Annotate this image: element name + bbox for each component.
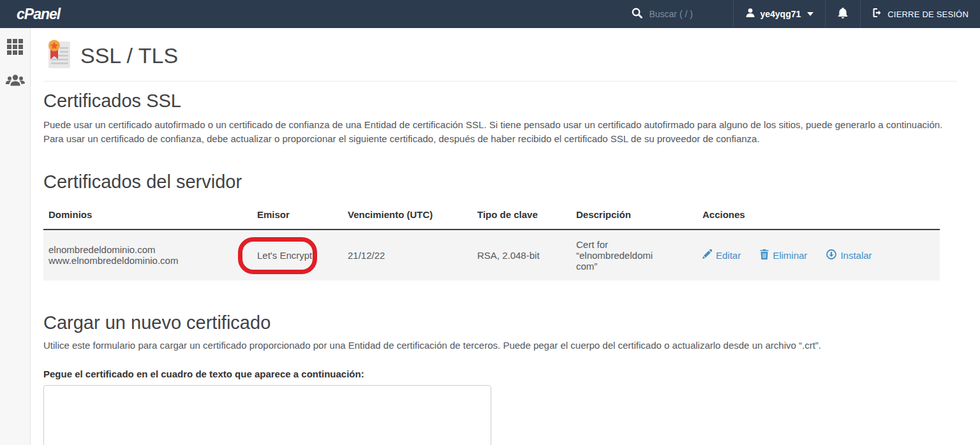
delete-label: Eliminar [773,250,807,261]
pencil-icon [702,249,712,261]
section-title-cargar-certificado: Cargar un nuevo certificado [43,312,957,333]
column-header-vencimiento: Vencimiento (UTC) [343,204,472,230]
logout-button[interactable]: CIERRE DE SESIÓN [861,0,980,28]
column-header-acciones: Acciones [697,204,940,230]
issuer-value: Let's Encrypt [257,250,312,261]
install-label: Instalar [840,250,872,261]
search-box[interactable] [623,8,733,21]
cell-domains: elnombredeldominio.com www.elnombredeldo… [43,230,252,281]
cell-actions: Editar Eliminar Instalar [697,230,940,281]
column-header-dominios: Dominios [43,204,252,230]
user-icon [745,8,755,20]
paste-certificate-label: Pegue el certificado en el cuadro de tex… [43,368,957,379]
main-content: SSL / TLS Certificados SSL Puede usar un… [31,28,980,445]
chevron-down-icon [807,12,813,16]
ssl-certificate-icon [46,40,71,72]
page-title: SSL / TLS [80,43,178,68]
logout-icon [872,8,883,20]
cell-description: Cert for “elnombredeldomi com” [571,230,697,281]
users-group-icon [6,73,25,91]
domain-www: www.elnombredeldominio.com [48,255,247,266]
cpanel-logo: cPanel [0,6,60,23]
column-header-descripcion: Descripción [571,204,697,230]
user-menu[interactable]: ye4yqg71 [734,0,825,28]
notifications-button[interactable] [826,0,860,28]
bell-icon [837,7,849,22]
server-certificates-table: Dominios Emisor Vencimiento (UTC) Tipo d… [43,204,940,281]
delete-link[interactable]: Eliminar [760,249,807,261]
topbar: cPanel ye4yqg71 CIERRE [0,0,980,28]
install-link[interactable]: Instalar [826,249,872,261]
section-title-certificados-ssl: Certificados SSL [43,91,957,112]
search-input[interactable] [649,9,724,19]
topbar-right: ye4yqg71 CIERRE DE SESIÓN [623,0,980,28]
upload-description: Utilice este formulario para cargar un c… [43,339,957,353]
column-header-tipo-de-clave: Tipo de clave [472,204,571,230]
page-header: SSL / TLS [43,38,957,82]
cell-key-type: RSA, 2.048-bit [472,230,571,281]
column-header-emisor: Emisor [252,204,343,230]
certificados-ssl-description: Puede usar un certificado autofirmado o … [43,118,957,146]
sidebar-item-apps-grid[interactable] [6,38,25,57]
cell-expiration: 21/12/22 [343,230,472,281]
username: ye4yqg71 [760,9,801,19]
edit-label: Editar [716,250,741,261]
logout-label: CIERRE DE SESIÓN [887,10,969,19]
table-row: elnombredeldominio.com www.elnombredeldo… [43,230,940,281]
domain-primary: elnombredeldominio.com [48,244,247,255]
search-icon [632,8,642,21]
trash-icon [760,249,769,261]
cell-issuer: Let's Encrypt [252,230,343,281]
sidebar [0,28,31,445]
table-header-row: Dominios Emisor Vencimiento (UTC) Tipo d… [43,204,940,230]
certificate-textarea[interactable] [43,385,491,445]
sidebar-item-user-manager[interactable] [6,73,25,92]
install-icon [826,249,836,261]
edit-link[interactable]: Editar [702,249,741,261]
section-title-certificados-del-servidor: Certificados del servidor [43,171,957,193]
apps-grid-icon [7,39,23,57]
